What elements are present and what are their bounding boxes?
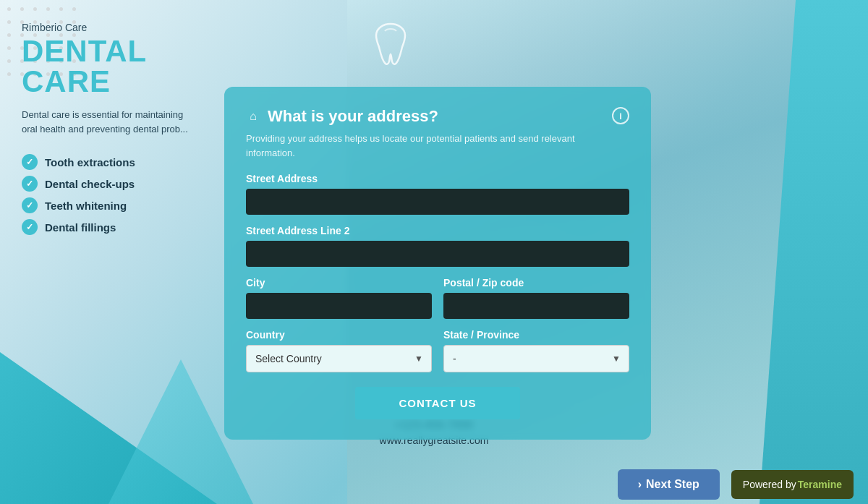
list-item: ✓ Dental fillings xyxy=(22,219,210,235)
city-postal-row: City Postal / Zip code xyxy=(246,277,629,319)
powered-by-text: Powered by xyxy=(743,479,796,490)
brand-description: Dental care is essential for maintaining… xyxy=(22,108,195,136)
tooth-icon xyxy=(362,14,420,72)
feature-label: Dental fillings xyxy=(45,221,116,234)
postal-label: Postal / Zip code xyxy=(443,277,629,289)
info-icon[interactable]: i xyxy=(612,107,629,124)
street-address-input[interactable] xyxy=(246,189,629,215)
address-form-modal: ⌂ What is your address? i Providing your… xyxy=(224,87,651,440)
footer-bar: › Next Step Powered by Teramine xyxy=(0,464,868,504)
list-item: ✓ Tooth extractions xyxy=(22,154,210,170)
form-header: ⌂ What is your address? i xyxy=(246,107,629,126)
list-item: ✓ Dental check-ups xyxy=(22,176,210,192)
street-address-label: Street Address xyxy=(246,173,629,184)
form-title-row: ⌂ What is your address? xyxy=(246,107,438,126)
home-icon: ⌂ xyxy=(246,109,260,124)
country-label: Country xyxy=(246,329,432,341)
brand-title-part2: ARE xyxy=(44,64,111,98)
state-col: State / Province - Alabama California Ne… xyxy=(443,329,629,372)
city-input[interactable] xyxy=(246,293,432,319)
check-icon: ✓ xyxy=(22,219,38,235)
contact-us-button[interactable]: CONTACT US xyxy=(355,387,519,419)
form-title: What is your address? xyxy=(268,107,438,126)
next-step-icon: › xyxy=(638,478,642,491)
check-icon: ✓ xyxy=(22,197,38,213)
check-icon: ✓ xyxy=(22,154,38,170)
feature-label: Teeth whitening xyxy=(45,200,127,212)
next-step-label: Next Step xyxy=(646,478,699,491)
country-state-row: Country Select Country United States Uni… xyxy=(246,329,629,372)
check-icon: ✓ xyxy=(22,176,38,192)
brand-name: Rimberio Care xyxy=(22,22,210,33)
feature-list: ✓ Tooth extractions ✓ Dental check-ups ✓… xyxy=(22,154,210,235)
city-label: City xyxy=(246,277,432,289)
form-subtitle: Providing your address helps us locate o… xyxy=(246,132,608,160)
country-select-wrapper: Select Country United States United King… xyxy=(246,345,432,372)
city-col: City xyxy=(246,277,432,319)
country-col: Country Select Country United States Uni… xyxy=(246,329,432,372)
state-label: State / Province xyxy=(443,329,629,341)
list-item: ✓ Teeth whitening xyxy=(22,197,210,213)
powered-by-badge: Powered by Teramine xyxy=(731,470,854,499)
street-address-2-input[interactable] xyxy=(246,241,629,267)
postal-input[interactable] xyxy=(443,293,629,319)
brand-title: DENTAL CARE xyxy=(22,36,210,97)
feature-label: Tooth extractions xyxy=(45,156,135,168)
feature-label: Dental check-ups xyxy=(45,178,135,190)
next-step-button[interactable]: › Next Step xyxy=(618,469,720,500)
country-select[interactable]: Select Country United States United King… xyxy=(246,345,432,372)
state-select-wrapper: - Alabama California New York Texas ▼ xyxy=(443,345,629,372)
powered-by-brand: Teramine xyxy=(798,479,842,490)
state-select[interactable]: - Alabama California New York Texas xyxy=(443,345,629,372)
street-address-2-label: Street Address Line 2 xyxy=(246,225,629,236)
postal-col: Postal / Zip code xyxy=(443,277,629,319)
